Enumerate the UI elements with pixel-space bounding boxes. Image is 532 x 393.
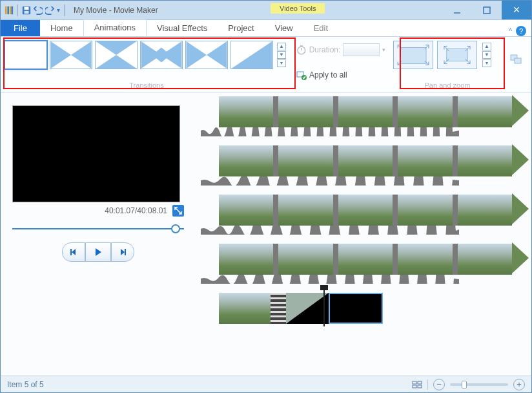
svg-rect-24: [447, 48, 467, 61]
minimize-button[interactable]: [442, 1, 472, 19]
svg-marker-12: [96, 55, 137, 69]
transitions-group-label: Transitions: [5, 80, 289, 90]
svg-rect-8: [484, 7, 490, 14]
svg-rect-31: [125, 249, 126, 255]
svg-marker-16: [187, 41, 227, 69]
fullscreen-button[interactable]: [172, 205, 184, 217]
tab-file[interactable]: File: [1, 20, 40, 36]
pan-zoom-out[interactable]: [437, 41, 477, 69]
help-icon[interactable]: ?: [516, 26, 526, 36]
tab-visual-effects[interactable]: Visual Effects: [147, 21, 218, 36]
duration-icon: [296, 45, 307, 55]
tab-edit[interactable]: Edit: [303, 21, 338, 36]
separator: [17, 5, 18, 16]
ribbon-expand-icon[interactable]: ^: [509, 28, 512, 35]
ribbon-tabs: File Home Animations Visual Effects Proj…: [1, 20, 531, 37]
svg-rect-34: [413, 385, 416, 388]
playhead[interactable]: [323, 288, 325, 326]
redo-icon[interactable]: [45, 6, 54, 15]
zoom-slider[interactable]: [450, 383, 508, 386]
svg-rect-0: [5, 6, 7, 14]
workspace: 40:01.07/40:08.01: [1, 92, 531, 376]
svg-marker-9: [51, 41, 72, 69]
tab-project[interactable]: Project: [218, 21, 264, 36]
titlebar: ▾ My Movie - Movie Maker ×: [1, 1, 531, 20]
duration-label: Duration:: [309, 45, 341, 54]
zoom-out-button[interactable]: −: [433, 379, 445, 390]
svg-rect-6: [25, 10, 29, 13]
timeline-track-selected[interactable]: [201, 292, 512, 326]
timeline-track[interactable]: [201, 144, 512, 179]
pan-zoom-group: ▲▼▾ Pan and zoom: [389, 37, 506, 92]
contextual-tab-label: Video Tools: [271, 3, 325, 14]
apply-all-row[interactable]: Apply to all: [296, 70, 385, 80]
next-frame-button[interactable]: [111, 242, 134, 262]
statusbar: Item 5 of 5 − +: [1, 376, 531, 392]
transition-cross[interactable]: [185, 41, 228, 69]
timeline-pane[interactable]: [194, 92, 531, 376]
app-icon: [5, 6, 14, 15]
timeline-track[interactable]: [201, 242, 512, 277]
tab-home[interactable]: Home: [40, 21, 83, 36]
separator: [64, 5, 65, 16]
svg-rect-32: [413, 381, 416, 384]
transition-bowtie-horizontal[interactable]: [50, 41, 92, 69]
svg-rect-5: [25, 6, 29, 9]
svg-rect-28: [70, 249, 72, 255]
undo-icon[interactable]: [34, 6, 43, 15]
prev-frame-button[interactable]: [62, 242, 85, 262]
duration-row: Duration: ▾: [296, 43, 385, 56]
time-display: 40:01.07/40:08.01: [105, 206, 167, 215]
preview-screen[interactable]: [12, 105, 180, 202]
transition-bowtie-vertical[interactable]: [95, 41, 138, 69]
apply-all-label: Apply to all: [309, 70, 347, 80]
status-item-text: Item 5 of 5: [7, 380, 44, 389]
svg-marker-17: [232, 41, 272, 69]
window-controls: ×: [442, 1, 531, 19]
window-title: My Movie - Movie Maker: [70, 6, 442, 15]
save-icon[interactable]: [22, 6, 31, 15]
svg-marker-11: [96, 41, 137, 55]
misc-group: [506, 37, 531, 92]
preview-pane: 40:01.07/40:08.01: [1, 92, 194, 376]
svg-rect-1: [7, 6, 9, 14]
timeline-track[interactable]: [201, 193, 512, 228]
svg-marker-15: [152, 48, 171, 63]
svg-rect-3: [12, 6, 14, 14]
seek-bar[interactable]: [12, 224, 184, 233]
play-button[interactable]: [85, 242, 111, 262]
pan-zoom-gallery: ▲▼▾: [393, 41, 502, 69]
close-button[interactable]: ×: [502, 1, 531, 19]
tab-animations[interactable]: Animations: [83, 19, 147, 36]
svg-marker-10: [71, 41, 92, 69]
misc-icon[interactable]: [509, 52, 522, 65]
duration-dropdown-icon[interactable]: ▾: [382, 47, 385, 53]
tab-view[interactable]: View: [265, 21, 303, 36]
transition-diagonal[interactable]: [230, 41, 273, 69]
transition-diamond[interactable]: [140, 41, 183, 69]
svg-rect-35: [418, 385, 422, 388]
apply-all-icon: [296, 70, 307, 80]
svg-marker-29: [96, 248, 101, 256]
thumbnail-view-icon[interactable]: [412, 379, 422, 390]
transition-none[interactable]: [5, 41, 47, 69]
svg-rect-20: [300, 45, 303, 47]
pan-zoom-gallery-scroll[interactable]: ▲▼▾: [482, 43, 491, 67]
svg-rect-2: [10, 6, 12, 14]
separator: [427, 379, 428, 390]
svg-marker-27: [72, 249, 76, 255]
ribbon: ▲▼▾ Transitions Duration: ▾ Apply to all…: [1, 37, 531, 92]
play-controls: [12, 242, 184, 262]
maximize-button[interactable]: [472, 1, 502, 19]
duration-field[interactable]: [343, 43, 380, 56]
timeline-track[interactable]: [201, 95, 512, 130]
pan-zoom-in[interactable]: [393, 41, 433, 69]
transitions-group: ▲▼▾ Transitions: [1, 37, 292, 92]
zoom-in-button[interactable]: +: [513, 379, 525, 390]
svg-rect-26: [515, 58, 521, 63]
svg-marker-30: [121, 249, 125, 255]
qat-dropdown-icon[interactable]: ▾: [57, 6, 60, 14]
transitions-gallery: ▲▼▾: [5, 41, 289, 69]
svg-rect-23: [400, 48, 426, 64]
transitions-gallery-scroll[interactable]: ▲▼▾: [277, 43, 286, 67]
